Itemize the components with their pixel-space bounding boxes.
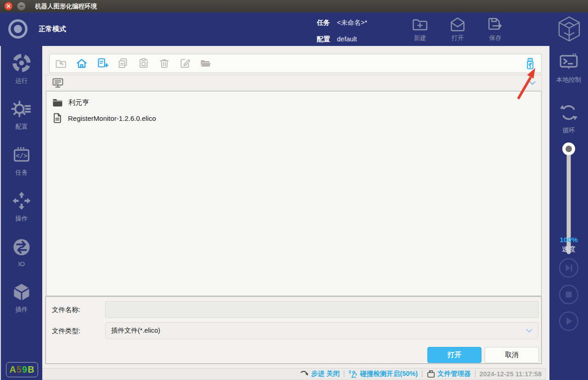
device-badge[interactable]: A59B	[6, 362, 38, 377]
close-button[interactable]	[4, 2, 13, 11]
collision-status[interactable]: 碰撞检测开启(50%)	[348, 369, 418, 379]
sidebar-item-local-control[interactable]: 本地控制	[549, 52, 588, 84]
file-name: 利元亨	[68, 98, 89, 107]
window-title: 机器人图形化编程环境	[35, 2, 97, 11]
open-mail-icon	[449, 16, 466, 33]
new-task-label: 新建	[414, 34, 426, 42]
delete-button[interactable]	[158, 57, 170, 69]
file-type-value: 插件文件(*.elico)	[111, 326, 160, 335]
play-button[interactable]	[559, 311, 579, 333]
folder-back-icon	[55, 57, 67, 69]
open-folder-button[interactable]	[200, 57, 212, 69]
file-type-label: 文件类型:	[52, 327, 80, 335]
app-header: 正常模式 任务 <未命名>* 配置 default 新建	[0, 12, 588, 46]
file-type-chevron-icon	[526, 327, 532, 335]
sidebar-item-config[interactable]: 配置	[1, 98, 42, 131]
file-manager-status[interactable]: 文件管理器	[426, 369, 471, 379]
mode-ring-icon	[7, 18, 28, 40]
file-row-folder[interactable]: 利元亨	[46, 95, 541, 110]
home-icon	[76, 57, 88, 69]
step-mode-status[interactable]: 步进 关闭	[300, 369, 340, 379]
device-badge-letter-0: A	[9, 364, 16, 375]
right-sidebar: 本地控制 循环 100% 速度	[549, 46, 588, 380]
run-target-icon	[11, 52, 32, 74]
svg-text:</>: </>	[16, 153, 28, 160]
copy-button[interactable]	[117, 57, 129, 69]
home-button[interactable]	[76, 57, 88, 69]
usb-device-icon	[524, 57, 536, 70]
sidebar-item-operate[interactable]: 操作	[1, 190, 42, 223]
loop-icon	[558, 102, 579, 123]
mode-indicator[interactable]: 正常模式	[7, 18, 66, 40]
speed-readout: 100% 速度	[549, 236, 588, 254]
step-arrow-icon	[300, 369, 309, 379]
document-icon	[52, 113, 63, 124]
collision-detect-icon	[348, 369, 358, 379]
file-type-select[interactable]: 插件文件(*.elico)	[105, 322, 538, 339]
speed-label: 速度	[549, 245, 588, 254]
new-task-button[interactable]: 新建	[403, 14, 437, 44]
open-folder-icon	[200, 57, 212, 69]
status-separator	[475, 370, 476, 377]
skip-to-end-icon	[559, 258, 579, 278]
file-list: 利元亨 RegisterMonitor-1.2.6.0.elico	[46, 91, 542, 296]
file-name-input[interactable]	[105, 301, 538, 318]
sidebar-item-plugin[interactable]: 插件	[1, 282, 42, 314]
folder-back-button[interactable]	[55, 57, 67, 69]
collision-status-text: 碰撞检测开启(50%)	[360, 369, 418, 378]
titlebar: 机器人图形化编程环境	[0, 0, 588, 12]
io-swap-arrows-icon	[11, 237, 32, 257]
save-task-button[interactable]: 保存	[478, 14, 512, 44]
sidebar-item-label: 本地控制	[556, 76, 581, 84]
sidebar-item-io[interactable]: IO	[1, 237, 42, 267]
file-row-file[interactable]: RegisterMonitor-1.2.6.0.elico	[46, 110, 541, 126]
sidebar-item-label: 循环	[563, 126, 575, 135]
config-label: 配置	[317, 35, 335, 44]
config-gear-icon	[11, 98, 32, 119]
left-sidebar: 运行 配置 </> 任务 操作	[0, 46, 42, 380]
mode-label: 正常模式	[39, 25, 66, 34]
sidebar-item-task[interactable]: </> 任务	[1, 145, 42, 177]
new-file-button[interactable]	[96, 57, 108, 69]
open-task-label: 打开	[452, 34, 464, 42]
operate-move-arrows-icon	[11, 190, 32, 211]
sidebar-item-loop[interactable]: 循环	[549, 102, 588, 135]
open-button[interactable]: 打开	[427, 347, 482, 363]
config-value: default	[337, 35, 357, 43]
file-toolbar	[49, 54, 542, 73]
save-task-label: 保存	[489, 34, 502, 42]
sidebar-item-label: 任务	[16, 169, 28, 177]
paste-button[interactable]	[138, 57, 150, 69]
task-label: 任务	[317, 18, 335, 27]
minimize-button[interactable]	[17, 2, 26, 11]
copy-icon	[117, 57, 129, 69]
rename-button[interactable]	[179, 57, 191, 69]
sidebar-item-run[interactable]: 运行	[1, 52, 42, 85]
speed-slider-knob[interactable]	[562, 142, 575, 155]
task-value: <未命名>*	[337, 18, 367, 27]
sidebar-item-label: 配置	[16, 123, 28, 131]
device-badge-letter-2: 9	[22, 364, 28, 375]
cancel-button[interactable]: 取消	[485, 347, 539, 363]
file-manager-text: 文件管理器	[437, 369, 471, 378]
speed-value: 100%	[549, 236, 588, 244]
open-task-button[interactable]: 打开	[441, 14, 475, 44]
file-manager-panel: 利元亨 RegisterMonitor-1.2.6.0.elico 文件名称: …	[42, 46, 549, 380]
paste-icon	[138, 57, 150, 69]
play-icon	[559, 311, 579, 331]
stop-icon	[559, 284, 579, 305]
step-mode-text: 步进 关闭	[311, 369, 340, 378]
usb-device-button[interactable]	[524, 57, 536, 70]
status-separator	[422, 370, 422, 377]
sidebar-item-label: IO	[18, 261, 25, 267]
rename-edit-icon	[179, 57, 191, 69]
file-dialog-footer: 文件名称: 文件类型: 插件文件(*.elico) 打开 取消	[45, 296, 542, 364]
location-combobox[interactable]	[46, 75, 542, 91]
skip-to-end-button[interactable]	[559, 258, 579, 280]
file-name-label: 文件名称:	[52, 306, 80, 314]
status-bar: 步进 关闭 碰撞检测开启(50%) 文件管理器	[42, 368, 546, 380]
stop-button[interactable]	[559, 284, 579, 306]
sidebar-item-label: 操作	[16, 215, 28, 223]
trash-icon	[158, 57, 170, 69]
sidebar-item-label: 插件	[16, 306, 28, 314]
